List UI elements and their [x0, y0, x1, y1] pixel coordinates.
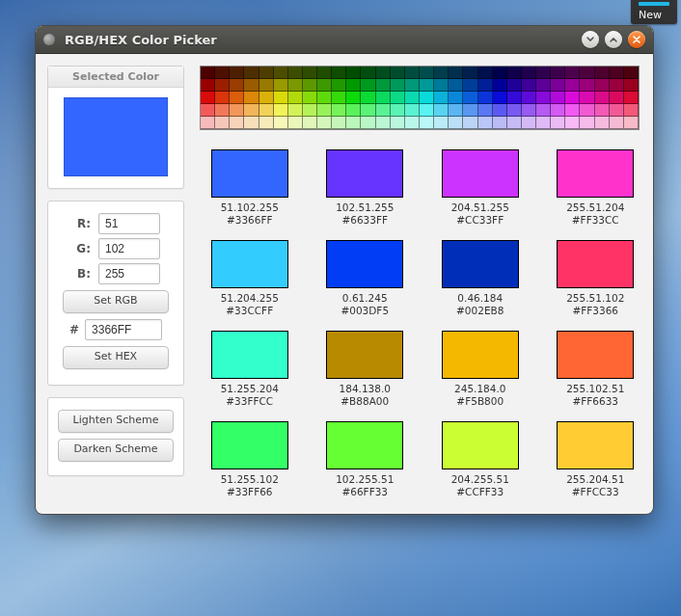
palette-cell[interactable] — [244, 79, 259, 92]
palette-cell[interactable] — [522, 104, 536, 117]
palette-cell[interactable] — [624, 67, 639, 79]
palette-cell[interactable] — [493, 79, 507, 92]
swatch-box[interactable] — [326, 331, 403, 379]
palette-cell[interactable] — [551, 67, 565, 79]
palette-cell[interactable] — [230, 104, 244, 117]
palette-cell[interactable] — [624, 92, 639, 104]
palette-cell[interactable] — [405, 79, 420, 92]
palette-cell[interactable] — [317, 104, 332, 117]
palette-cell[interactable] — [259, 92, 274, 104]
swatch-box[interactable] — [211, 331, 288, 379]
palette-cell[interactable] — [244, 104, 259, 117]
palette-cell[interactable] — [565, 117, 580, 129]
palette-cell[interactable] — [259, 79, 274, 92]
swatch-box[interactable] — [326, 421, 403, 469]
palette-cell[interactable] — [346, 117, 361, 129]
palette-cell[interactable] — [536, 79, 551, 92]
palette-cell[interactable] — [346, 104, 361, 117]
palette-cell[interactable] — [405, 117, 420, 129]
palette-cell[interactable] — [332, 92, 346, 104]
swatch-box[interactable] — [211, 240, 288, 288]
palette-strip[interactable] — [200, 66, 640, 130]
palette-cell[interactable] — [493, 92, 507, 104]
palette-cell[interactable] — [434, 79, 449, 92]
palette-cell[interactable] — [595, 92, 610, 104]
palette-cell[interactable] — [463, 67, 477, 79]
palette-cell[interactable] — [317, 79, 332, 92]
palette-cell[interactable] — [551, 92, 565, 104]
palette-cell[interactable] — [332, 117, 346, 129]
palette-cell[interactable] — [434, 67, 449, 79]
palette-cell[interactable] — [507, 79, 522, 92]
palette-cell[interactable] — [244, 117, 259, 129]
palette-cell[interactable] — [244, 92, 259, 104]
palette-cell[interactable] — [303, 67, 317, 79]
swatch-box[interactable] — [557, 421, 634, 469]
palette-cell[interactable] — [288, 67, 303, 79]
palette-cell[interactable] — [595, 79, 610, 92]
palette-cell[interactable] — [551, 79, 565, 92]
palette-cell[interactable] — [274, 117, 288, 129]
palette-cell[interactable] — [580, 104, 594, 117]
palette-cell[interactable] — [288, 117, 303, 129]
desktop-panel-tab[interactable]: New — [631, 0, 677, 24]
palette-cell[interactable] — [493, 67, 507, 79]
palette-cell[interactable] — [478, 104, 493, 117]
palette-cell[interactable] — [463, 104, 477, 117]
palette-cell[interactable] — [288, 92, 303, 104]
palette-cell[interactable] — [391, 79, 405, 92]
swatch-box[interactable] — [211, 421, 288, 469]
palette-cell[interactable] — [332, 104, 346, 117]
swatch-box[interactable] — [442, 240, 519, 288]
palette-cell[interactable] — [478, 117, 493, 129]
palette-cell[interactable] — [332, 67, 346, 79]
palette-cell[interactable] — [391, 104, 405, 117]
palette-cell[interactable] — [215, 104, 230, 117]
palette-cell[interactable] — [405, 104, 420, 117]
palette-cell[interactable] — [376, 104, 391, 117]
palette-cell[interactable] — [346, 92, 361, 104]
palette-cell[interactable] — [303, 92, 317, 104]
palette-cell[interactable] — [317, 117, 332, 129]
swatch-box[interactable] — [326, 240, 403, 288]
palette-cell[interactable] — [346, 67, 361, 79]
palette-cell[interactable] — [449, 79, 463, 92]
palette-cell[interactable] — [522, 92, 536, 104]
palette-cell[interactable] — [376, 79, 391, 92]
palette-cell[interactable] — [478, 67, 493, 79]
maximize-button[interactable] — [605, 31, 622, 48]
palette-cell[interactable] — [610, 79, 624, 92]
palette-cell[interactable] — [507, 117, 522, 129]
palette-cell[interactable] — [434, 117, 449, 129]
palette-cell[interactable] — [274, 92, 288, 104]
palette-cell[interactable] — [215, 67, 230, 79]
palette-cell[interactable] — [449, 104, 463, 117]
palette-cell[interactable] — [536, 92, 551, 104]
palette-cell[interactable] — [405, 92, 420, 104]
palette-cell[interactable] — [274, 104, 288, 117]
lighten-scheme-button[interactable]: Lighten Scheme — [58, 410, 174, 433]
palette-cell[interactable] — [493, 117, 507, 129]
darken-scheme-button[interactable]: Darken Scheme — [58, 439, 174, 462]
palette-cell[interactable] — [624, 117, 639, 129]
palette-cell[interactable] — [449, 92, 463, 104]
palette-cell[interactable] — [478, 79, 493, 92]
palette-cell[interactable] — [551, 104, 565, 117]
palette-cell[interactable] — [317, 67, 332, 79]
palette-cell[interactable] — [536, 104, 551, 117]
palette-cell[interactable] — [201, 92, 215, 104]
palette-cell[interactable] — [463, 117, 477, 129]
palette-cell[interactable] — [215, 92, 230, 104]
palette-cell[interactable] — [288, 104, 303, 117]
swatch-box[interactable] — [442, 331, 519, 379]
swatch-box[interactable] — [557, 331, 634, 379]
palette-cell[interactable] — [332, 79, 346, 92]
palette-cell[interactable] — [259, 104, 274, 117]
palette-cell[interactable] — [420, 79, 434, 92]
swatch-box[interactable] — [211, 149, 288, 198]
swatch-box[interactable] — [442, 149, 519, 198]
r-input[interactable] — [98, 213, 160, 234]
palette-cell[interactable] — [420, 92, 434, 104]
g-input[interactable] — [98, 238, 160, 259]
palette-cell[interactable] — [376, 92, 391, 104]
